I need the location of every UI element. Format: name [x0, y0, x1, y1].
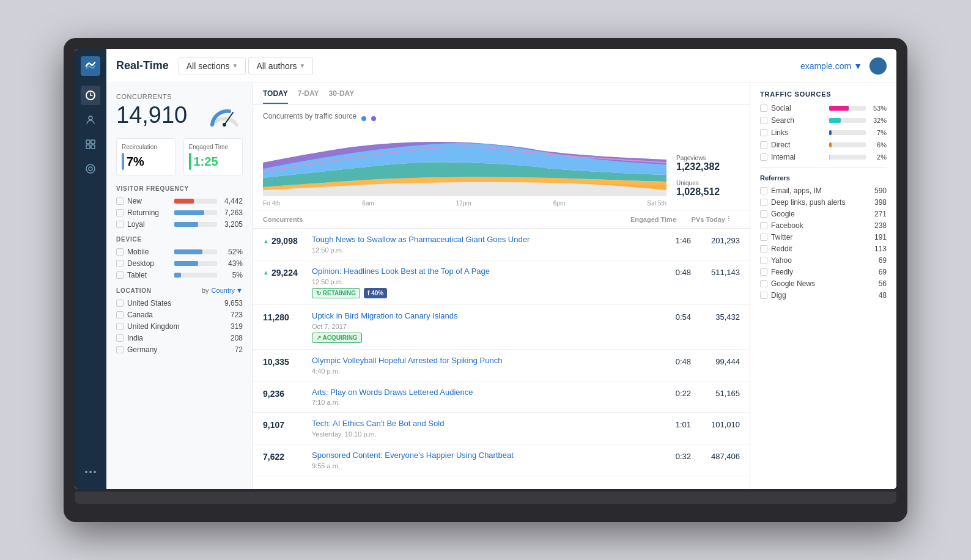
article-title[interactable]: Tough News to Swallow as Pharmaceutical … — [312, 235, 636, 245]
checkbox[interactable] — [760, 234, 767, 241]
tab-today[interactable]: TODAY — [263, 89, 288, 104]
location-value: 319 — [221, 322, 243, 331]
sidebar-icon-nav2[interactable] — [81, 134, 100, 154]
pageviews-value: 1,232,382 — [676, 161, 740, 172]
article-title[interactable]: Opinion: Headlines Look Best at the Top … — [312, 267, 636, 277]
checkbox[interactable] — [760, 199, 767, 206]
traffic-label: Internal — [771, 153, 825, 161]
sidebar-icon-more[interactable] — [81, 462, 100, 482]
traffic-bar — [829, 106, 849, 111]
metrics-row: Recirculation 7% Engaged Time 1:25 — [116, 138, 243, 175]
checkbox[interactable] — [116, 334, 124, 342]
article-concurrent: 9,236 — [263, 388, 312, 399]
article-concurrent: 7,622 — [263, 451, 312, 462]
chart-section: Concurrents by traffic source — [253, 105, 750, 210]
checkbox[interactable] — [116, 300, 124, 307]
checkbox[interactable] — [116, 311, 124, 319]
checkbox[interactable] — [760, 187, 767, 194]
checkbox[interactable] — [760, 210, 767, 218]
checkbox[interactable] — [760, 280, 767, 287]
visitor-frequency-item: New 4,442 — [116, 197, 243, 205]
referrer-label: Email, apps, IM — [771, 186, 871, 195]
checkbox[interactable] — [760, 153, 767, 161]
chart-stats: Pageviews 1,232,382 Uniques 1,028,512 — [666, 155, 740, 202]
country-dropdown[interactable]: Country ▼ — [212, 287, 243, 294]
dot2 — [371, 116, 376, 121]
checkbox[interactable] — [116, 221, 124, 228]
col-header-pvs: PVs Today — [676, 216, 725, 223]
article-title[interactable]: Sponsored Content: Everyone's Happier Us… — [312, 451, 636, 461]
article-time: 4:40 p.m. — [312, 367, 636, 375]
checkbox[interactable] — [116, 248, 124, 256]
domain-selector[interactable]: example.com ▼ — [800, 61, 862, 71]
sidebar-icon-nav1[interactable] — [81, 110, 100, 130]
traffic-bar — [829, 118, 841, 123]
article-time: 9:55 a.m. — [312, 462, 636, 470]
article-pvs: 201,293 — [691, 235, 740, 245]
chart-xaxis: Fri 4th 6am 12pm 6pm Sat 5th — [263, 200, 666, 207]
article-title[interactable]: Uptick in Bird Migration to Canary Islan… — [312, 311, 636, 322]
main-content: Real-Time All sections ▼ All authors ▼ e… — [106, 49, 896, 489]
referrer-label: Yahoo — [771, 256, 875, 265]
article-row: 9,236 Arts: Play on Words Draws Lettered… — [253, 381, 750, 413]
tab-7day[interactable]: 7-DAY — [298, 89, 319, 104]
checkbox[interactable] — [760, 105, 767, 112]
pageviews-label: Pageviews — [676, 155, 740, 161]
freq-bar — [174, 222, 198, 227]
authors-dropdown[interactable]: All authors ▼ — [248, 57, 313, 75]
traffic-source-item: Direct 6% — [760, 141, 887, 149]
checkbox[interactable] — [760, 141, 767, 149]
checkbox[interactable] — [760, 268, 767, 276]
checkbox[interactable] — [760, 245, 767, 252]
page-title: Real-Time — [116, 59, 169, 72]
checkbox[interactable] — [116, 323, 124, 330]
checkbox[interactable] — [760, 257, 767, 264]
checkbox[interactable] — [760, 129, 767, 136]
checkbox[interactable] — [760, 222, 767, 229]
traffic-bar — [829, 155, 830, 160]
more-options-icon[interactable]: ⋮ — [725, 215, 732, 223]
checkbox[interactable] — [116, 209, 124, 216]
referrer-item: Google News 56 — [760, 279, 887, 288]
checkbox[interactable] — [116, 346, 124, 353]
article-title[interactable]: Olympic Volleyball Hopeful Arrested for … — [312, 356, 636, 366]
location-label: United Kingdom — [127, 322, 217, 331]
referrer-label: Facebook — [771, 221, 871, 230]
referrer-item: Feedly 69 — [760, 268, 887, 276]
location-item: Canada 723 — [116, 311, 243, 319]
svg-rect-5 — [91, 140, 95, 144]
checkbox[interactable] — [116, 271, 124, 279]
traffic-label: Direct — [771, 141, 825, 149]
checkbox[interactable] — [760, 292, 767, 299]
location-value: 72 — [221, 345, 243, 354]
engaged-time-box: Engaged Time 1:25 — [183, 138, 243, 175]
article-info: Opinion: Headlines Look Best at the Top … — [312, 267, 636, 298]
sidebar-logo[interactable] — [81, 56, 100, 76]
recirculation-value: 7% — [127, 155, 144, 169]
traffic-source-item: Links 7% — [760, 128, 887, 137]
article-info: Uptick in Bird Migration to Canary Islan… — [312, 311, 636, 343]
location-item: Germany 72 — [116, 345, 243, 354]
chart-container: Fri 4th 6am 12pm 6pm Sat 5th Pageviews — [263, 129, 740, 202]
article-title[interactable]: Tech: AI Ethics Can't Be Bot and Sold — [312, 419, 636, 429]
svg-point-10 — [85, 471, 87, 473]
checkbox[interactable] — [116, 197, 124, 205]
referrer-value: 271 — [874, 210, 887, 218]
sections-dropdown[interactable]: All sections ▼ — [179, 57, 246, 75]
traffic-bar — [829, 130, 832, 135]
referrer-item: Yahoo 69 — [760, 256, 887, 265]
article-engaged-time: 0:48 — [636, 267, 691, 277]
article-row: 9,107 Tech: AI Ethics Can't Be Bot and S… — [253, 413, 750, 444]
checkbox[interactable] — [760, 117, 767, 124]
col-header-engaged: Engaged Time — [621, 216, 676, 223]
sidebar-icon-realtime[interactable] — [81, 86, 100, 105]
checkbox[interactable] — [116, 260, 124, 267]
center-panel: TODAY 7-DAY 30-DAY Concurrents by traffi… — [253, 83, 750, 489]
freq-label: New — [127, 197, 171, 205]
referrer-label: Feedly — [771, 268, 875, 276]
avatar[interactable] — [869, 57, 887, 75]
tab-30day[interactable]: 30-DAY — [329, 89, 355, 104]
referrer-label: Deep links, push alerts — [771, 198, 871, 207]
article-title[interactable]: Arts: Play on Words Draws Lettered Audie… — [312, 388, 636, 398]
sidebar-icon-nav3[interactable] — [81, 159, 100, 179]
